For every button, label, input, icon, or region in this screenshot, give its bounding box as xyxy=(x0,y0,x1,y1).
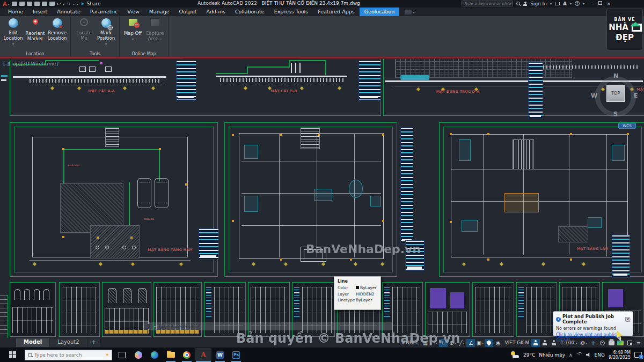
ribbon-options-caret-icon[interactable]: ▾ xyxy=(413,10,414,14)
wifi-icon[interactable] xyxy=(576,352,582,357)
mark-position-button[interactable]: Mark Position ▾ xyxy=(96,18,116,50)
layout2-tab[interactable]: Layout2 xyxy=(50,338,87,347)
taskbar-search-input[interactable] xyxy=(34,352,93,358)
weather-temp[interactable]: 29°C xyxy=(523,352,535,358)
language-indicator[interactable]: ENG xyxy=(595,352,605,358)
save-icon[interactable] xyxy=(27,2,32,6)
open-file-icon[interactable] xyxy=(19,2,25,6)
share-button[interactable]: Share xyxy=(86,1,100,6)
viewcube-top-face[interactable]: TOP xyxy=(606,85,625,102)
coordinate-system-globe-icon[interactable]: ◉ xyxy=(494,339,502,347)
map-off-caret-icon[interactable]: ▾ xyxy=(132,37,134,41)
command-line[interactable]: ▾ Type a command xyxy=(144,322,393,330)
coordinate-system-label[interactable]: VIET-GK-M xyxy=(504,340,529,345)
save-as-icon[interactable] xyxy=(34,2,40,6)
taskbar-photoshop[interactable]: Ps xyxy=(228,348,244,362)
geolocation-status-icon[interactable] xyxy=(485,339,493,347)
taskbar-chrome[interactable] xyxy=(179,348,195,362)
undo-icon[interactable]: ↩ xyxy=(57,1,61,6)
tab-featured-apps[interactable]: Featured Apps xyxy=(313,8,359,16)
tab-view[interactable]: View xyxy=(122,8,144,16)
remove-location-button[interactable]: × RemoveLocation xyxy=(47,18,67,50)
ribbon-options-icon[interactable] xyxy=(405,10,412,14)
speaker-icon[interactable] xyxy=(586,352,591,357)
app-menu-caret-icon[interactable]: ▾ xyxy=(8,2,10,6)
account-caret-icon[interactable]: ▾ xyxy=(570,2,572,5)
tab-home[interactable]: Home xyxy=(3,8,28,16)
tab-insert[interactable]: Insert xyxy=(28,8,52,16)
command-customize-icon[interactable] xyxy=(147,324,152,329)
viewcube-north[interactable]: N xyxy=(613,72,618,79)
print-icon[interactable] xyxy=(49,2,55,6)
tab-manage[interactable]: Manage xyxy=(144,8,174,16)
stairs xyxy=(301,128,320,149)
tab-add-ins[interactable]: Add-ins xyxy=(202,8,230,16)
plot-icon[interactable] xyxy=(42,2,47,6)
viewcube-south[interactable]: S xyxy=(613,110,618,117)
app-store-cart-icon[interactable] xyxy=(555,2,560,5)
redo-caret-icon[interactable]: ▾ xyxy=(73,2,75,6)
autoscale-icon[interactable] xyxy=(540,339,549,347)
restore-button[interactable] xyxy=(598,1,602,5)
share-icon[interactable]: ➤ xyxy=(80,1,85,6)
start-button[interactable] xyxy=(0,348,25,362)
search-icon[interactable] xyxy=(516,2,520,5)
help-icon[interactable]: ? xyxy=(575,1,580,6)
taskbar-copilot[interactable] xyxy=(130,348,147,362)
annotation-visibility-icon[interactable] xyxy=(531,339,540,347)
weather-desc[interactable]: Nhiều mây xyxy=(539,352,565,358)
map-off-button[interactable]: Map Off ▾ xyxy=(123,18,143,50)
clock[interactable]: 6:48 PM 9/20/2025 xyxy=(609,350,631,360)
taskbar-word[interactable]: W xyxy=(212,348,228,362)
drawing-canvas[interactable]: [-][Top][2D Wireframe] MẶT CẮT A-A MẶT C… xyxy=(0,59,644,338)
viewcube-east[interactable]: E xyxy=(634,92,638,99)
taskbar-edge[interactable] xyxy=(147,348,163,362)
taskbar-search[interactable]: ✦ xyxy=(25,350,112,360)
mark-position-caret-icon[interactable]: ▾ xyxy=(105,42,107,46)
help-search-input[interactable] xyxy=(462,1,513,6)
redo-icon[interactable]: ↪ xyxy=(67,1,71,6)
linework xyxy=(216,76,347,77)
customize-qat-caret-icon[interactable]: ▾ xyxy=(77,2,78,6)
close-button[interactable]: × xyxy=(606,1,611,6)
tab-parametric[interactable]: Parametric xyxy=(85,8,122,16)
search-highlights-icon[interactable]: ✦ xyxy=(105,352,109,358)
undo-caret-icon[interactable]: ▾ xyxy=(63,2,64,6)
edit-location-button[interactable]: Edit Location ▾ xyxy=(3,18,23,50)
autodesk-account-icon[interactable]: A xyxy=(563,1,567,6)
reorient-marker-button[interactable]: ReorientMarker xyxy=(25,18,45,50)
notification-center-icon[interactable]: 2 xyxy=(634,352,642,358)
edit-location-caret-icon[interactable]: ▾ xyxy=(12,42,14,46)
model-tab[interactable]: Model xyxy=(16,338,50,347)
taskbar-file-explorer[interactable] xyxy=(163,348,179,362)
weather-icon[interactable] xyxy=(510,351,519,358)
wcs-indicator[interactable]: WCS xyxy=(618,123,636,129)
command-caret-icon[interactable]: ▾ xyxy=(154,324,156,328)
tab-express-tools[interactable]: Express Tools xyxy=(269,8,313,16)
tab-geolocation[interactable]: Geolocation xyxy=(360,8,400,16)
command-input[interactable]: Type a command xyxy=(158,324,199,329)
tray-expand-icon[interactable]: ∧ xyxy=(569,352,573,358)
autocad-logo-icon[interactable]: A xyxy=(3,1,7,7)
minimize-button[interactable]: – xyxy=(592,1,595,6)
locate-me-button[interactable]: LocateMe xyxy=(74,18,94,50)
sign-in-button[interactable]: Sign In xyxy=(530,1,547,6)
new-layout-button[interactable]: + xyxy=(87,338,101,347)
object-snap-tracking-icon[interactable]: ∠ xyxy=(466,339,475,347)
capture-area-caret-icon[interactable]: ▾ xyxy=(160,37,162,41)
task-view-icon[interactable] xyxy=(119,352,126,358)
capture-area-button[interactable]: Capture Area ▾ xyxy=(145,18,165,50)
help-caret-icon[interactable]: ▾ xyxy=(583,2,584,5)
object-snap-icon[interactable]: ▣▾ xyxy=(475,339,484,347)
tab-annotate[interactable]: Annotate xyxy=(52,8,85,16)
tab-output[interactable]: Output xyxy=(174,8,202,16)
viewcube-west[interactable]: W xyxy=(591,92,597,99)
new-file-icon[interactable] xyxy=(12,2,17,6)
column-marker xyxy=(570,133,572,135)
taskbar-autocad[interactable]: A xyxy=(195,348,212,362)
tab-collaborate[interactable]: Collaborate xyxy=(230,8,269,16)
viewport-controls[interactable]: [-][Top][2D Wireframe] xyxy=(3,61,58,67)
sign-in-caret-icon[interactable]: ▾ xyxy=(550,2,552,5)
notification-close-icon[interactable]: × xyxy=(625,317,630,322)
customization-menu-icon[interactable]: ≡ xyxy=(634,339,643,347)
